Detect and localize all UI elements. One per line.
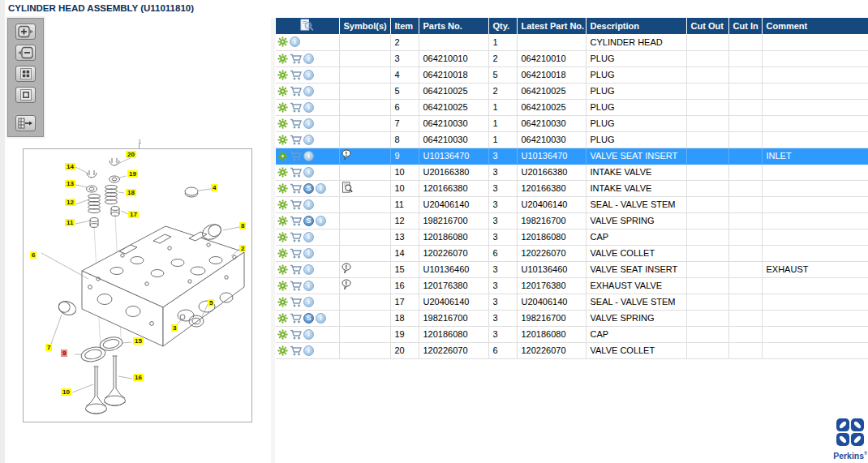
diagram-callout-12[interactable]: 12 bbox=[65, 199, 75, 206]
info-icon[interactable]: i bbox=[290, 36, 300, 47]
gear-icon[interactable] bbox=[277, 86, 288, 96]
toggle-parts-panel-button[interactable] bbox=[15, 115, 36, 131]
diagram-callout-6[interactable]: 6 bbox=[30, 251, 37, 259]
cart-icon[interactable] bbox=[290, 70, 302, 80]
gear-icon[interactable] bbox=[277, 70, 288, 80]
cart-icon[interactable] bbox=[290, 167, 302, 178]
gear-icon[interactable] bbox=[277, 232, 288, 242]
cart-icon[interactable] bbox=[290, 54, 302, 64]
cart-icon[interactable] bbox=[290, 118, 302, 129]
parts-row-item-14[interactable]: i141202260706120226070VALVE COLLET bbox=[276, 245, 868, 261]
diagram-callout-18[interactable]: 18 bbox=[126, 189, 136, 196]
parts-row-item-16[interactable]: i!161201763803120176380EXHAUST VALVE bbox=[276, 277, 868, 294]
info-icon[interactable]: i bbox=[303, 345, 314, 356]
cart-icon[interactable] bbox=[290, 102, 302, 113]
gear-icon[interactable] bbox=[277, 102, 288, 113]
parts-row-item-19[interactable]: i191201860803120186080CAP bbox=[276, 326, 868, 342]
info-icon[interactable]: i bbox=[303, 86, 314, 96]
gear-icon[interactable] bbox=[277, 281, 288, 291]
parts-row-item-2[interactable]: i21CYLINDER HEAD bbox=[276, 34, 868, 50]
diagram-callout-11[interactable]: 11 bbox=[65, 219, 75, 226]
parts-row-item-18[interactable]: Si181982167003198216700VALVE SPRING bbox=[276, 310, 868, 326]
info-icon[interactable]: i bbox=[303, 329, 314, 340]
cart-icon[interactable] bbox=[290, 151, 302, 161]
gear-icon[interactable] bbox=[277, 216, 288, 226]
parts-row-item-3[interactable]: i30642100102064210010PLUG bbox=[276, 50, 868, 66]
column-header-comment[interactable]: Comment bbox=[762, 18, 868, 34]
diagram-callout-2[interactable]: 2 bbox=[239, 245, 246, 252]
gear-icon[interactable] bbox=[277, 329, 288, 340]
diagram-callout-3[interactable]: 3 bbox=[171, 324, 178, 332]
gear-icon[interactable] bbox=[277, 135, 288, 145]
info-icon[interactable]: i bbox=[303, 118, 314, 129]
diagram-callout-14[interactable]: 14 bbox=[65, 163, 75, 170]
gear-icon[interactable] bbox=[277, 54, 288, 64]
parts-row-item-17[interactable]: i17U204061403U20406140SEAL - VALVE STEM bbox=[276, 294, 868, 310]
diagram-callout-16[interactable]: 16 bbox=[133, 374, 144, 381]
cart-icon[interactable] bbox=[290, 345, 302, 356]
diagram-callout-5[interactable]: 5 bbox=[208, 299, 214, 307]
column-header-actions[interactable] bbox=[276, 18, 339, 34]
cart-icon[interactable] bbox=[290, 232, 302, 242]
parts-row-item-10[interactable]: i10U201663803U20166380INTAKE VALVE bbox=[276, 164, 868, 180]
parts-row-item-5[interactable]: i50642100252064210025PLUG bbox=[276, 83, 868, 99]
parts-row-item-20[interactable]: i201202260706120226070VALVE COLLET bbox=[276, 342, 868, 358]
column-header-latest-part-no-[interactable]: Latest Part No. bbox=[517, 18, 586, 34]
info-icon[interactable]: i bbox=[303, 151, 314, 161]
info-icon[interactable]: i bbox=[316, 183, 326, 194]
diagram-callout-8[interactable]: 8 bbox=[239, 222, 246, 229]
diagram-callout-17[interactable]: 17 bbox=[128, 211, 139, 218]
diagram-callout-10[interactable]: 10 bbox=[61, 388, 71, 396]
cart-icon[interactable] bbox=[290, 281, 302, 291]
info-icon[interactable]: i bbox=[303, 70, 314, 80]
parts-row-item-8[interactable]: i80642100301064210030PLUG bbox=[276, 131, 868, 148]
diagram-callout-4[interactable]: 4 bbox=[211, 184, 217, 191]
gear-icon[interactable] bbox=[277, 167, 288, 178]
illustration-panel[interactable] bbox=[23, 148, 252, 422]
info-icon[interactable]: i bbox=[303, 281, 314, 291]
info-icon[interactable]: i bbox=[303, 248, 314, 259]
fit-to-window-button[interactable] bbox=[15, 66, 36, 82]
substitute-icon[interactable]: S bbox=[303, 183, 314, 194]
cart-icon[interactable] bbox=[290, 313, 302, 324]
parts-row-item-13[interactable]: i131201860803120186080CAP bbox=[276, 229, 868, 245]
info-icon[interactable]: i bbox=[303, 297, 314, 307]
info-icon[interactable]: i bbox=[303, 264, 314, 275]
diagram-callout-15[interactable]: 15 bbox=[133, 337, 144, 345]
cart-icon[interactable] bbox=[290, 329, 302, 340]
parts-row-item-11[interactable]: i11U204061403U20406140SEAL - VALVE STEM bbox=[276, 196, 868, 212]
gear-icon[interactable] bbox=[277, 297, 288, 307]
info-icon[interactable]: i bbox=[303, 135, 314, 145]
gear-icon[interactable] bbox=[277, 183, 288, 194]
actual-size-button[interactable] bbox=[15, 87, 36, 103]
gear-icon[interactable] bbox=[277, 248, 288, 259]
cart-icon[interactable] bbox=[290, 248, 302, 259]
cart-icon[interactable] bbox=[290, 183, 302, 194]
cart-icon[interactable] bbox=[290, 135, 302, 145]
gear-icon[interactable] bbox=[277, 264, 288, 275]
info-icon[interactable]: i bbox=[303, 54, 314, 64]
diagram-callout-9[interactable]: 9 bbox=[61, 349, 67, 357]
info-icon[interactable]: i bbox=[303, 232, 314, 242]
diagram-callout-1[interactable]: 1 bbox=[136, 138, 143, 145]
parts-row-item-9[interactable]: i!9U101364703U10136470VALVE SEAT INSERTI… bbox=[276, 148, 868, 164]
diagram-callout-19[interactable]: 19 bbox=[127, 170, 138, 178]
column-header-cut-in[interactable]: Cut In bbox=[728, 18, 762, 34]
diagram-callout-13[interactable]: 13 bbox=[65, 180, 75, 187]
column-header-description[interactable]: Description bbox=[586, 18, 686, 34]
column-header-parts-no-[interactable]: Parts No. bbox=[419, 18, 488, 34]
column-header-qty-[interactable]: Qty. bbox=[488, 18, 517, 34]
gear-icon[interactable] bbox=[277, 36, 288, 47]
column-header-cut-out[interactable]: Cut Out bbox=[686, 18, 728, 34]
zoom-in-button[interactable] bbox=[15, 24, 36, 40]
info-icon[interactable]: i bbox=[303, 102, 314, 113]
parts-row-item-6[interactable]: i60642100251064210025PLUG bbox=[276, 99, 868, 115]
gear-icon[interactable] bbox=[277, 313, 288, 324]
cart-icon[interactable] bbox=[290, 199, 302, 210]
parts-row-item-4[interactable]: i40642100185064210018PLUG bbox=[276, 66, 868, 83]
info-icon[interactable]: i bbox=[316, 216, 326, 226]
gear-icon[interactable] bbox=[277, 345, 288, 356]
substitute-icon[interactable]: S bbox=[303, 313, 314, 324]
column-header-item[interactable]: Item bbox=[390, 18, 419, 34]
column-header-symbol-s-[interactable]: Symbol(s) bbox=[339, 18, 390, 34]
